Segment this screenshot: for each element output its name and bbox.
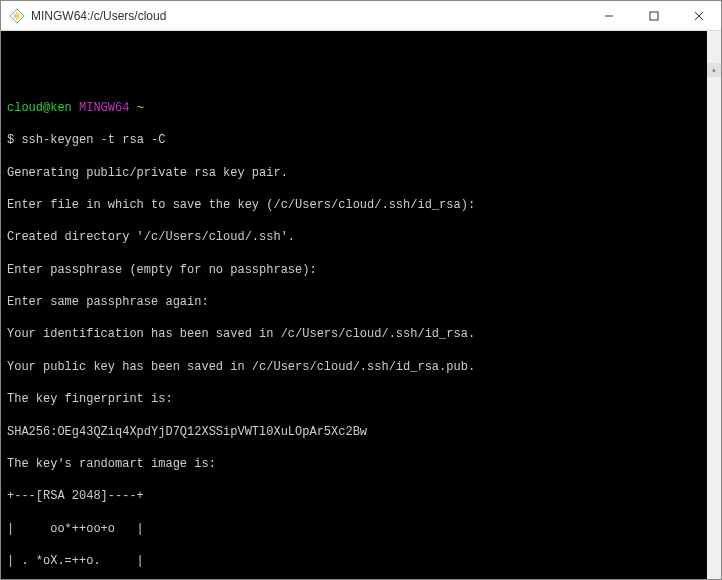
- prompt-line: cloud@ken MINGW64 ~: [7, 100, 701, 116]
- prompt-env: MINGW64: [79, 101, 129, 115]
- prompt-path: ~: [137, 101, 144, 115]
- randomart-line: +---[RSA 2048]----+: [7, 488, 701, 504]
- output-line: SHA256:OEg43QZiq4XpdYjD7Q12XSSipVWTl0XuL…: [7, 424, 701, 440]
- output-line: The key's randomart image is:: [7, 456, 701, 472]
- randomart-line: | oo*++oo+o |: [7, 521, 701, 537]
- terminal[interactable]: ▴ cloud@ken MINGW64 ~ $ ssh-keygen -t rs…: [1, 31, 721, 579]
- command-text: ssh-keygen -t rsa -C: [21, 133, 165, 147]
- close-button[interactable]: [676, 1, 721, 31]
- output-line: Enter passphrase (empty for no passphras…: [7, 262, 701, 278]
- output-line: Enter file in which to save the key (/c/…: [7, 197, 701, 213]
- command-line: $ ssh-keygen -t rsa -C: [7, 132, 701, 148]
- app-icon: [9, 8, 25, 24]
- output-line: Your identification has been saved in /c…: [7, 326, 701, 342]
- scroll-up-icon[interactable]: ▴: [707, 63, 721, 77]
- scrollbar[interactable]: ▴: [707, 31, 721, 579]
- terminal-content: cloud@ken MINGW64 ~ $ ssh-keygen -t rsa …: [7, 84, 701, 579]
- svg-marker-1: [13, 12, 21, 20]
- output-line: The key fingerprint is:: [7, 391, 701, 407]
- output-line: Generating public/private rsa key pair.: [7, 165, 701, 181]
- minimize-button[interactable]: [586, 1, 631, 31]
- window-title: MINGW64:/c/Users/cloud: [31, 9, 586, 23]
- window-controls: [586, 1, 721, 31]
- randomart-line: | . *oX.=++o. |: [7, 553, 701, 569]
- maximize-button[interactable]: [631, 1, 676, 31]
- output-line: Your public key has been saved in /c/Use…: [7, 359, 701, 375]
- prompt-userhost: cloud@ken: [7, 101, 72, 115]
- app-window: MINGW64:/c/Users/cloud ▴ cloud@ken MINGW…: [0, 0, 722, 580]
- output-line: Enter same passphrase again:: [7, 294, 701, 310]
- output-line: Created directory '/c/Users/cloud/.ssh'.: [7, 229, 701, 245]
- titlebar[interactable]: MINGW64:/c/Users/cloud: [1, 1, 721, 31]
- svg-rect-3: [650, 12, 658, 20]
